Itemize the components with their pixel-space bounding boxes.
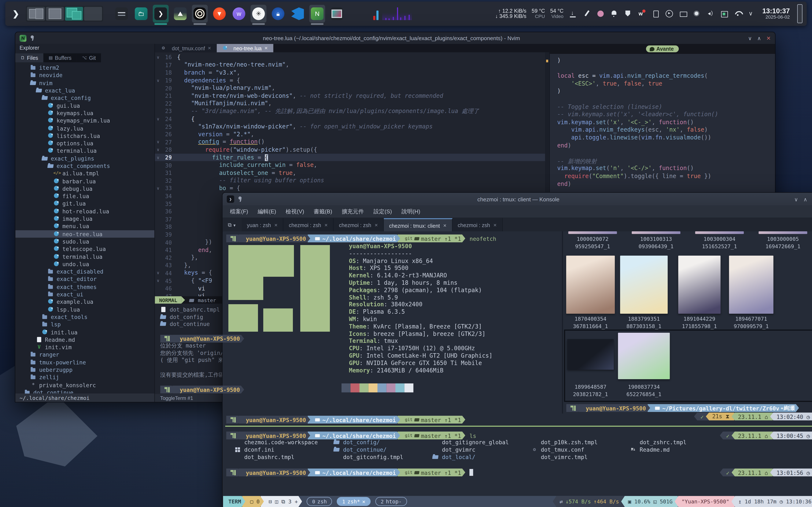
- tree-item-git.lua[interactable]: git.lua: [15, 200, 155, 208]
- editor-line-20[interactable]: 20 "nvim-lua/plenary.nvim",: [155, 84, 549, 92]
- clock-widget[interactable]: 13:10:37 2025-06-02: [762, 8, 790, 20]
- tmux-window-2[interactable]: 2htop-: [375, 497, 407, 506]
- menu-說明(H)[interactable]: 說明(H): [397, 207, 424, 216]
- editor-line-32[interactable]: 32 -- filter using buffer options: [155, 177, 549, 184]
- ls-file-dot_gvimrc[interactable]: dot_gvimrc: [433, 446, 475, 453]
- task-brave[interactable]: ▼: [211, 5, 227, 23]
- tree-item-ueberzugpp[interactable]: ueberzugpp: [15, 366, 155, 374]
- show-desktop-button[interactable]: [797, 4, 803, 23]
- network-speed-widget[interactable]: ↑ 12.2 KiB/s ↓ 345.9 KiB/s: [495, 8, 526, 19]
- tree-item-exact_tools[interactable]: exact_tools: [15, 313, 155, 321]
- security-shield-icon[interactable]: [624, 9, 632, 18]
- video-temp-widget[interactable]: 54 °C Video: [550, 8, 564, 19]
- tree-item-keymaps.lua[interactable]: keymaps.lua: [15, 109, 155, 117]
- buffer-tab-neo-tree.lua[interactable]: neo-tree.lua✕: [216, 44, 273, 52]
- editor-line-24[interactable]: ∨24 {: [155, 115, 549, 122]
- thumbnail-image[interactable]: [566, 256, 615, 314]
- tree-item-exact_components[interactable]: exact_components: [15, 162, 155, 170]
- tree-item-private_konsolerc[interactable]: *private_konsolerc: [15, 381, 155, 389]
- nvim-close-button[interactable]: ✕: [766, 35, 771, 41]
- tree-item-exact_plugins[interactable]: exact_plugins: [15, 155, 155, 162]
- avante-tab[interactable]: Avante: [646, 45, 679, 52]
- editor-line-30[interactable]: 30 include_current_win = false,: [155, 161, 549, 169]
- wifi-icon[interactable]: [734, 9, 742, 18]
- tree-item-menu.lua[interactable]: menu.lua: [15, 222, 155, 230]
- tree-item-lsp.lua[interactable]: lsp.lua: [15, 305, 155, 313]
- tmux-window-close-icon[interactable]: ✕: [362, 499, 365, 504]
- tree-item-iterm2[interactable]: iterm2: [15, 64, 155, 72]
- thumbnail-image[interactable]: [678, 256, 721, 314]
- tree-item-telescope.lua[interactable]: telescope.lua: [15, 245, 155, 252]
- ls-file-dot_p10k.zsh.tmpl[interactable]: dot_p10k.zsh.tmpl: [531, 439, 598, 445]
- ls-file-dot_vimrc.tmpl[interactable]: dot_vimrc.tmpl: [531, 454, 588, 460]
- color-dot-icon[interactable]: [596, 9, 605, 18]
- fold-chevron-icon[interactable]: ∨: [155, 139, 161, 145]
- thumbnail-image[interactable]: [567, 339, 614, 370]
- menu-檢視(V)[interactable]: 檢視(V): [282, 207, 308, 216]
- menu-設定(S)[interactable]: 設定(S): [369, 207, 396, 216]
- tmux-pane-layout-icons[interactable]: ⊟ ◫ ⧉ 3 +: [261, 496, 302, 507]
- fold-chevron-icon[interactable]: ∨: [155, 271, 161, 276]
- tree-item-ai.lua.tmpl[interactable]: </>ai.lua.tmpl: [15, 170, 155, 177]
- task-konsole-focused[interactable]: ❯: [153, 5, 169, 23]
- task-obsidian[interactable]: [192, 5, 208, 23]
- konsole-tab-5[interactable]: chezmoi : zsh✕: [453, 218, 503, 232]
- editor-line-26[interactable]: 26 version = "2.*",: [155, 130, 549, 138]
- nvim-maximize-button[interactable]: ∧: [757, 35, 761, 41]
- editor-line-29[interactable]: ∨29 filter_rules = {: [155, 154, 549, 161]
- tree-item-init.vim[interactable]: Vinit.vim: [15, 343, 155, 351]
- desktop-2[interactable]: [46, 7, 64, 21]
- fold-chevron-icon[interactable]: ∨: [155, 55, 161, 60]
- nvim-minimize-button[interactable]: ∨: [748, 35, 752, 41]
- konsole-tab-3[interactable]: chezmoi : zsh✕: [334, 218, 384, 232]
- fold-chevron-icon[interactable]: ∨: [155, 186, 161, 191]
- media-play-icon[interactable]: [665, 9, 673, 18]
- tab-close-icon[interactable]: ✕: [274, 223, 277, 228]
- menu-擴充元件[interactable]: 擴充元件: [338, 207, 368, 216]
- tree-item-lazy.lua[interactable]: lazy.lua: [15, 124, 155, 132]
- editor-line-33[interactable]: ∨33 bo = {: [155, 184, 549, 192]
- tree-item-terminal.lua[interactable]: terminal.lua: [15, 252, 155, 260]
- tree-item-undo.lua[interactable]: undo.lua: [15, 260, 155, 268]
- tree-item-image.lua[interactable]: image.lua: [15, 215, 155, 222]
- konsole-minimize-button[interactable]: ∨: [794, 196, 798, 202]
- task-neovim[interactable]: N: [309, 5, 325, 23]
- tmux-window-1[interactable]: 1zsh*✕: [337, 497, 371, 506]
- virtual-desktop-pager[interactable]: [26, 6, 103, 22]
- fold-chevron-icon[interactable]: ∨: [155, 278, 161, 283]
- download-tray-icon[interactable]: [569, 9, 577, 18]
- notifications-bell-icon[interactable]: [610, 9, 618, 18]
- ls-file-dot_continue/[interactable]: dot_continue/: [334, 446, 387, 453]
- task-dolphin[interactable]: 🗀: [133, 5, 149, 23]
- menu-編輯(E)[interactable]: 編輯(E): [254, 207, 281, 216]
- fold-chevron-icon[interactable]: ∨: [155, 116, 161, 121]
- tree-item-init.lua[interactable]: init.lua: [15, 328, 155, 336]
- ls-file-dot_local/[interactable]: dot_local/: [433, 454, 475, 460]
- new-tab-button[interactable]: ⧉▼: [223, 218, 242, 232]
- editor-line-23[interactable]: 23 -- "3rd/image.nvim", -- 先註解,因為已經由 nvi…: [155, 107, 549, 115]
- ls-file-Readme.md[interactable]: M↓Readme.md: [630, 446, 670, 453]
- tab-close-icon[interactable]: ✕: [264, 46, 268, 51]
- tree-item-Readme.md[interactable]: Readme.md: [15, 336, 155, 343]
- keyboard-layout-icon[interactable]: [679, 9, 687, 18]
- network-graph-widget[interactable]: [382, 7, 412, 20]
- brightness-icon[interactable]: [693, 9, 701, 18]
- fold-chevron-icon[interactable]: ∨: [155, 78, 161, 83]
- workrave-status-icon[interactable]: [638, 9, 646, 18]
- tree-item-debug.lua[interactable]: debug.lua: [15, 185, 155, 192]
- tree-item-exact_disabled[interactable]: exact_disabled: [15, 268, 155, 276]
- pin-icon[interactable]: [238, 196, 243, 202]
- buffer-tab-dot_tmux.conf[interactable]: ⚙dot_tmux.conf✕: [155, 44, 216, 52]
- tree-item-barbar.lua[interactable]: barbar.lua: [15, 177, 155, 185]
- desktop-4[interactable]: [84, 7, 102, 21]
- tmux-window-0[interactable]: 0zsh: [307, 497, 332, 506]
- tree-item-hot-reload.lua[interactable]: hot-reload.lua: [15, 208, 155, 215]
- tree-item-file.lua[interactable]: file.lua: [15, 192, 155, 200]
- tmux-session-name[interactable]: TERM: [223, 496, 245, 507]
- konsole-tab-2[interactable]: chezmoi : zsh✕: [284, 218, 334, 232]
- tree-item-neovide[interactable]: neovide: [15, 71, 155, 79]
- tree-item-lsp[interactable]: lsp: [15, 321, 155, 328]
- editor-line-21[interactable]: 21 "nvim-tree/nvim-web-devicons", -- not…: [155, 92, 549, 100]
- task-messenger[interactable]: w: [231, 5, 247, 23]
- tab-close-icon[interactable]: ✕: [443, 223, 447, 228]
